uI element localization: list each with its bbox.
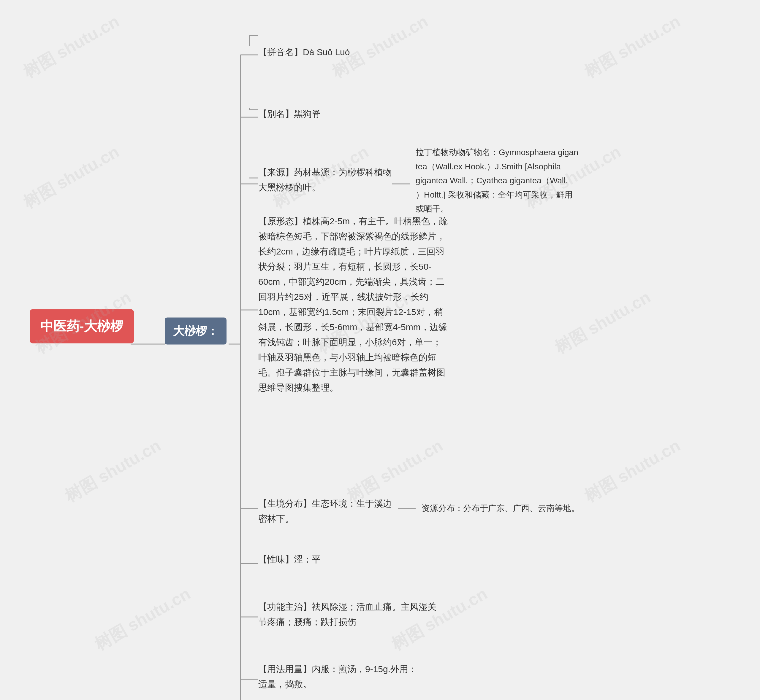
habitat-sub-node: 资源分布：分布于广东、广西、云南等地。 (422, 501, 580, 516)
function-text: 【功能主治】祛风除湿；活血止痛。主风湿关节疼痛；腰痛；跌打损伤 (258, 602, 436, 627)
branch-function: 【功能主治】祛风除湿；活血止痛。主风湿关节疼痛；腰痛；跌打损伤 (258, 599, 442, 630)
root-label: 中医药-大桫椤 (41, 319, 123, 333)
branch-morphology: 【原形态】植株高2-5m，有主干。叶柄黑色，疏被暗棕色短毛，下部密被深紫褐色的线… (258, 214, 448, 395)
branch-taste: 【性味】涩；平 (258, 552, 321, 567)
watermark-10: 树图 shutu.cn (61, 434, 165, 508)
branch-habitat: 【生境分布】生态环境：生于溪边密林下。 (258, 496, 395, 526)
watermark-4: 树图 shutu.cn (19, 141, 124, 214)
source-sub-text: 拉丁植物动物矿物名：Gymnosphaera gigantea（Wall.ex … (415, 148, 578, 213)
source-text: 【来源】药材基源：为桫椤科植物大黑桫椤的叶。 (258, 167, 392, 192)
habitat-sub-text: 资源分布：分布于广东、广西、云南等地。 (422, 504, 580, 513)
alias-text: 【别名】黑狗脊 (258, 109, 321, 119)
taste-text: 【性味】涩；平 (258, 555, 321, 564)
watermark-12: 树图 shutu.cn (580, 434, 685, 508)
pinyin-text: 【拼音名】Dà Suō Luó (258, 47, 350, 57)
habitat-text: 【生境分布】生态环境：生于溪边密林下。 (258, 498, 392, 523)
root-node: 中医药-大桫椤 (30, 309, 134, 344)
watermark-3: 树图 shutu.cn (580, 10, 685, 83)
morphology-text: 【原形态】植株高2-5m，有主干。叶柄黑色，疏被暗棕色短毛，下部密被深紫褐色的线… (258, 216, 448, 392)
branch-alias: 【别名】黑狗脊 (258, 107, 321, 121)
watermark-13: 树图 shutu.cn (91, 583, 195, 656)
connector-label: 大桫椤： (173, 325, 218, 337)
watermark-1: 树图 shutu.cn (19, 10, 124, 83)
connector-node: 大桫椤： (165, 318, 227, 345)
usage-text: 【用法用量】内服：煎汤，9-15g.外用：适量，捣敷。 (258, 664, 417, 689)
watermark-9: 树图 shutu.cn (551, 286, 655, 359)
branch-source: 【来源】药材基源：为桫椤科植物大黑桫椤的叶。 (258, 165, 395, 195)
branch-pinyin: 【拼音名】Dà Suō Luó (258, 45, 350, 59)
main-container: 树图 shutu.cn 树图 shutu.cn 树图 shutu.cn 树图 s… (0, 0, 760, 700)
branch-usage: 【用法用量】内服：煎汤，9-15g.外用：适量，捣敷。 (258, 661, 425, 692)
source-sub-node: 拉丁植物动物矿物名：Gymnosphaera gigantea（Wall.ex … (415, 145, 578, 216)
